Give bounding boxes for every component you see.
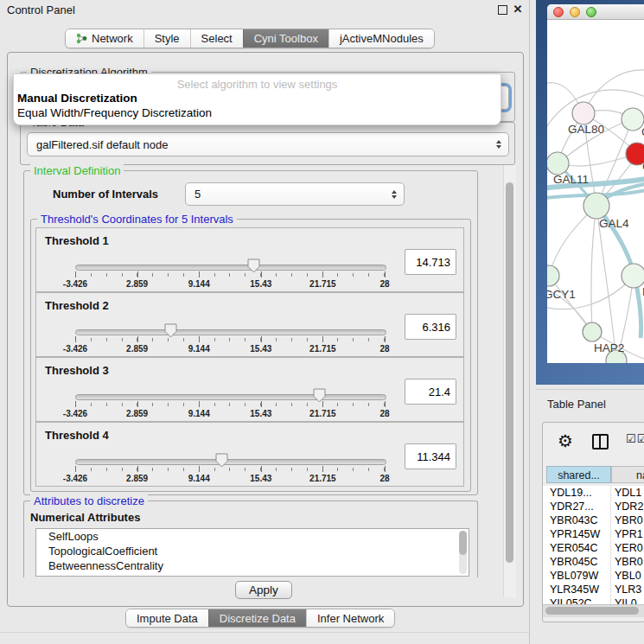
popup-option-equal-width-frequency[interactable]: Equal Width/Frequency Discretization <box>14 105 501 120</box>
gear-icon[interactable]: ⚙ <box>558 430 573 452</box>
slider-minor-ticks <box>75 468 385 471</box>
network-window-titlebar <box>547 4 644 20</box>
table-row[interactable]: YIL052CYIL0 <box>543 596 644 604</box>
threshold-slider[interactable]: -3.426 2.859 9.144 15.43 21.715 28 <box>75 423 385 486</box>
threshold-slider[interactable]: -3.426 2.859 9.144 15.43 21.715 28 <box>75 358 385 421</box>
column-divider <box>610 486 611 604</box>
table-panel-header: Table Panel <box>536 389 644 418</box>
combo-arrows-icon <box>496 140 501 149</box>
tab-jactivemnodules[interactable]: jActiveMNodules <box>328 29 434 48</box>
tick-label: -3.426 <box>63 279 87 289</box>
group-title: Interval Definition <box>30 164 124 177</box>
table-body: YDL19...YDL1 YDR27...YDR2 YBR043CYBR0 YP… <box>543 486 644 604</box>
combo-value: galFiltered.sif default node <box>28 138 496 151</box>
table-row[interactable]: YDL19...YDL1 <box>543 486 644 500</box>
table-row[interactable]: YER054CYER0 <box>543 541 644 555</box>
checkbox-icons[interactable]: ☑☑ <box>626 432 644 445</box>
tab-cyni-toolbox[interactable]: Cyni Toolbox <box>243 29 328 48</box>
slider-minor-ticks <box>75 338 385 341</box>
network-node[interactable] <box>622 264 644 288</box>
table-row[interactable]: YDR27...YDR2 <box>543 500 644 513</box>
algorithm-dropdown-popup: Select algorithm to view settings Manual… <box>13 73 501 125</box>
table-toolbar: ⚙ ☑☑ <box>543 423 644 461</box>
table-row[interactable]: YLR345WYLR3 <box>543 583 644 596</box>
table-data-combobox[interactable]: galFiltered.sif default node <box>27 132 509 156</box>
tab-select[interactable]: Select <box>190 29 243 48</box>
slider-minor-ticks <box>75 273 385 277</box>
list-item[interactable]: BetweennessCentrality <box>36 558 469 573</box>
tab-label: Discretize Data <box>220 612 296 625</box>
threshold-4-panel: Threshold 4 -3.426 2.859 9.144 15.43 21.… <box>35 422 464 487</box>
slider-track[interactable] <box>75 394 386 400</box>
tick-label: -3.426 <box>63 474 87 483</box>
tab-label: jActiveMNodules <box>340 32 424 45</box>
list-item[interactable]: SelfLoops <box>36 529 469 544</box>
table-row[interactable]: YBR043CYBR0 <box>543 513 644 527</box>
tick-label: 21.715 <box>309 409 336 418</box>
network-node-selected[interactable] <box>626 143 644 165</box>
threshold-value-field[interactable] <box>405 249 456 275</box>
table-horizontal-scrollbar[interactable] <box>543 604 644 617</box>
threshold-value-field[interactable] <box>405 443 456 469</box>
tick-label: 2.859 <box>126 279 148 289</box>
tab-style[interactable]: Style <box>143 29 190 48</box>
tab-infer-network[interactable]: Infer Network <box>306 609 394 627</box>
list-item[interactable]: TopologicalCoefficient <box>36 544 469 558</box>
top-tab-bar: Network Style Select Cyni Toolbox jActiv… <box>65 29 435 48</box>
scrollbar-thumb[interactable] <box>506 182 513 563</box>
scrollbar-thumb[interactable] <box>545 607 639 615</box>
control-panel: Control Panel ✕ Network Style <box>0 0 530 644</box>
tick-label: 9.144 <box>188 279 210 289</box>
network-node-gcy1[interactable] <box>547 265 559 286</box>
app-root: Control Panel ✕ Network Style <box>0 0 644 644</box>
network-canvas[interactable]: GAL80 G C GAL11 GAL4 GCY1 H HAP2 <box>547 20 644 363</box>
network-icon <box>76 33 87 44</box>
tab-impute-data[interactable]: Impute Data <box>126 609 208 627</box>
tab-network[interactable]: Network <box>66 29 143 48</box>
threshold-value-field[interactable] <box>405 379 456 405</box>
threshold-3-panel: Threshold 3 -3.426 2.859 9.144 15.43 21.… <box>35 357 464 422</box>
tab-discretize-data[interactable]: Discretize Data <box>208 609 306 627</box>
panel-title: Control Panel <box>7 3 75 16</box>
slider-track[interactable] <box>75 459 386 465</box>
threshold-slider[interactable]: -3.426 2.859 9.144 15.43 21.715 28 <box>75 228 385 291</box>
slider-track[interactable] <box>75 329 386 335</box>
main-vertical-scrollbar[interactable] <box>503 165 516 597</box>
tick-label: 21.715 <box>309 474 336 483</box>
close-traffic-button[interactable] <box>553 7 564 17</box>
threshold-slider[interactable]: -3.426 2.859 9.144 15.43 21.715 28 <box>75 293 385 356</box>
threshold-value-field[interactable] <box>405 314 456 340</box>
tick-label: 2.859 <box>126 344 148 354</box>
float-window-icon[interactable] <box>496 3 508 16</box>
combo-value: 5 <box>186 188 392 201</box>
table-panel-title: Table Panel <box>547 398 606 411</box>
tick-label: 9.144 <box>188 474 210 483</box>
tick-label: -3.426 <box>63 409 87 418</box>
table-row[interactable]: YBL079WYBL0 <box>543 569 644 583</box>
list-scrollbar[interactable] <box>459 531 467 574</box>
network-node-gal80[interactable] <box>572 102 595 124</box>
tick-label: 28 <box>379 409 389 418</box>
slider-minor-ticks <box>75 403 385 406</box>
zoom-traffic-button[interactable] <box>586 7 596 17</box>
minimize-traffic-button[interactable] <box>570 7 580 17</box>
apply-button[interactable]: Apply <box>235 581 292 599</box>
network-node-gal11[interactable] <box>547 152 569 175</box>
columns-icon[interactable] <box>592 434 609 450</box>
tick-label: 2.859 <box>126 474 148 483</box>
tab-label: Infer Network <box>317 612 384 625</box>
slider-track[interactable] <box>75 265 386 271</box>
column-header-shared[interactable]: shared... <box>546 466 611 483</box>
group-title: Threshold's Coordinates for 5 Intervals <box>37 213 237 226</box>
column-header-name[interactable]: na <box>611 466 644 483</box>
network-node-gal4[interactable] <box>583 193 609 219</box>
table-row[interactable]: YPR145WYPR1 <box>543 527 644 541</box>
node-label: GCY1 <box>547 288 576 301</box>
close-icon[interactable]: ✕ <box>512 3 524 16</box>
tab-label: Style <box>155 32 180 45</box>
num-intervals-combobox[interactable]: 5 <box>185 182 405 206</box>
popup-option-manual-discretization[interactable]: Manual Discretization <box>14 91 501 105</box>
tick-label: 21.715 <box>309 344 336 354</box>
network-node-hap2[interactable] <box>583 322 602 341</box>
table-row[interactable]: YBR045CYBR0 <box>543 555 644 569</box>
